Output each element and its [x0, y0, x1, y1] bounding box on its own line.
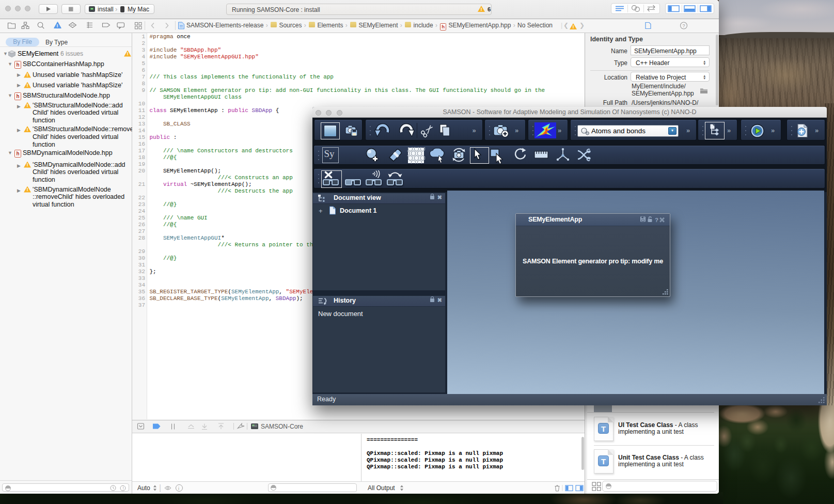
svg-text:?: ? — [655, 217, 658, 223]
svg-text:!: ! — [122, 485, 123, 491]
svg-text:!: ! — [57, 23, 58, 28]
svg-text:i: i — [178, 486, 179, 491]
